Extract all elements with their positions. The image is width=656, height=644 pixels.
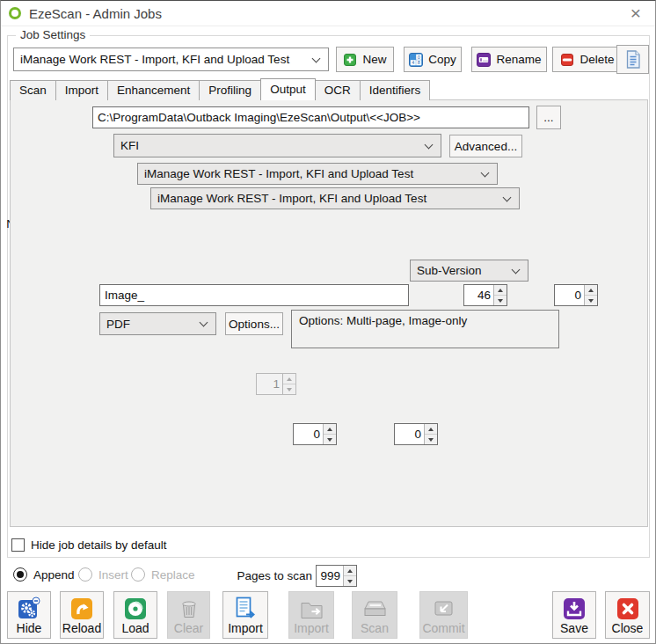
delete-job-button[interactable]: Delete xyxy=(552,47,623,72)
copy-button-label: Copy xyxy=(428,53,456,66)
hide-button[interactable]: Hide xyxy=(7,591,51,639)
kfi-type-dropdown[interactable]: iManage Work REST - Import, KFI and Uplo… xyxy=(137,163,498,185)
toolbar-button-label: Scan xyxy=(361,621,389,635)
svg-text:8: 8 xyxy=(418,60,420,65)
svg-text:4: 4 xyxy=(412,60,415,65)
new-plus-icon xyxy=(343,53,357,67)
rename-job-button[interactable]: Rename xyxy=(471,47,547,72)
chevron-down-icon xyxy=(512,265,521,274)
pages-to-scan-value: 999 xyxy=(317,569,343,582)
other-destination-dropdown[interactable]: KFI xyxy=(113,134,441,157)
spin-up-icon[interactable] xyxy=(425,424,437,434)
file-type-options-button[interactable]: Options... xyxy=(225,312,283,335)
radio-label: Append xyxy=(33,568,75,582)
replace-radio: Replace xyxy=(131,567,195,582)
tab-import[interactable]: Import xyxy=(55,80,108,100)
tab-ocr[interactable]: OCR xyxy=(315,80,361,100)
discard-pages-spinner: 1 xyxy=(256,373,296,395)
reload-button[interactable]: Reload xyxy=(60,591,104,639)
output-folder-value: C:\ProgramData\Outback Imaging\EzeScan\O… xyxy=(98,111,420,124)
spin-up-icon[interactable] xyxy=(324,424,336,434)
tab-scan[interactable]: Scan xyxy=(10,80,56,100)
toolbar-button-label: Load xyxy=(121,621,149,635)
spin-up-icon[interactable] xyxy=(344,566,356,575)
next-no-value: 46 xyxy=(464,289,493,302)
tab-identifiers[interactable]: Identifiers xyxy=(360,80,431,100)
file-type-dropdown[interactable]: PDF xyxy=(99,312,216,335)
commit-icon xyxy=(432,596,456,620)
next-no-spinner[interactable]: 46 xyxy=(463,284,507,306)
radio-button[interactable] xyxy=(13,567,27,582)
copy-job-button[interactable]: 048 Copy xyxy=(404,47,462,72)
output-folder-input[interactable]: C:\ProgramData\Outback Imaging\EzeScan\O… xyxy=(92,106,529,128)
toolbar-button-label: Import xyxy=(294,621,329,635)
import-disabled-button: Import xyxy=(288,591,334,639)
radio-label: Replace xyxy=(151,568,195,582)
job-settings-group-title: Job Settings xyxy=(16,28,90,41)
svg-text:0: 0 xyxy=(418,54,420,59)
title-bar: EzeScan - Admin Jobs × xyxy=(1,1,655,26)
options-button-label: Options... xyxy=(229,318,280,331)
spin-down-icon[interactable] xyxy=(425,434,437,444)
delete-icon xyxy=(560,53,574,67)
pages-to-scan-label: Pages to scan xyxy=(231,569,312,582)
checkbox-box[interactable] xyxy=(11,538,25,552)
rename-button-label: Rename xyxy=(496,53,541,66)
fill-zeros-spinner[interactable]: 0 xyxy=(554,284,598,306)
insert-radio: Insert xyxy=(78,567,128,582)
spin-down-icon[interactable] xyxy=(585,295,597,305)
job-select-dropdown[interactable]: iManage Work REST - Import, KFI and Uplo… xyxy=(13,48,329,71)
tab-bar: Scan Import Enhancement Profiling Output… xyxy=(10,78,429,100)
chevron-down-icon xyxy=(312,54,321,62)
tab-profiling[interactable]: Profiling xyxy=(199,80,261,100)
spin-down-icon[interactable] xyxy=(324,434,336,444)
close-button[interactable]: Close xyxy=(605,591,650,639)
ezescan-logo-icon xyxy=(9,7,21,19)
radio-button xyxy=(131,567,145,582)
spin-up-icon[interactable] xyxy=(585,285,597,295)
file-naming-dropdown[interactable]: Sub-Version xyxy=(410,260,528,282)
chevron-down-icon xyxy=(425,140,434,149)
delete-button-label: Delete xyxy=(579,53,614,66)
tab-output[interactable]: Output xyxy=(260,78,316,100)
save-button[interactable]: Save xyxy=(552,591,596,639)
pages-to-scan-spinner[interactable]: 999 xyxy=(316,565,357,587)
horizontal-resolution-spinner[interactable]: 0 xyxy=(293,423,337,445)
copy-icon: 048 xyxy=(409,53,423,67)
other-destination-value: KFI xyxy=(120,139,139,152)
upload-type-dropdown[interactable]: iManage Work REST - Import, KFI and Uplo… xyxy=(150,187,520,209)
spin-up-icon xyxy=(283,374,295,384)
toolbar-button-label: Close xyxy=(612,621,644,635)
toolbar-button-label: Reload xyxy=(62,621,101,635)
import-document-icon xyxy=(235,596,257,620)
radio-label: Insert xyxy=(98,568,128,582)
advanced-button-label: Advanced... xyxy=(455,140,517,153)
file-naming-value: Sub-Version xyxy=(417,264,482,277)
spin-down-icon xyxy=(283,384,295,394)
chevron-down-icon xyxy=(503,193,512,201)
advanced-button[interactable]: Advanced... xyxy=(449,135,522,157)
tab-enhancement[interactable]: Enhancement xyxy=(107,80,200,100)
scan-button: Scan xyxy=(352,591,397,639)
append-radio[interactable]: Append xyxy=(13,567,75,582)
ellipsis-icon: ... xyxy=(543,111,553,124)
file-type-value: PDF xyxy=(106,318,130,331)
new-job-button[interactable]: New xyxy=(336,47,394,72)
toolbar-button-label: Save xyxy=(560,621,588,635)
horizontal-resolution-value: 0 xyxy=(294,428,323,441)
vertical-resolution-spinner[interactable]: 0 xyxy=(394,423,438,445)
browse-folder-button[interactable]: ... xyxy=(536,106,561,129)
spin-up-icon[interactable] xyxy=(494,285,507,295)
import-button[interactable]: Import xyxy=(222,591,268,639)
trash-icon xyxy=(179,596,200,620)
spin-down-icon[interactable] xyxy=(494,295,507,305)
job-details-button[interactable] xyxy=(616,45,649,74)
hide-job-details-checkbox[interactable]: Hide job details by default xyxy=(11,538,167,553)
reload-arrow-icon xyxy=(70,596,93,620)
spin-down-icon[interactable] xyxy=(344,575,356,586)
toolbar-button-label: Commit xyxy=(422,621,464,635)
load-button[interactable]: Load xyxy=(113,591,157,639)
chevron-down-icon xyxy=(481,168,490,177)
base-filename-input[interactable]: Image_ xyxy=(99,284,409,306)
close-icon[interactable]: × xyxy=(624,2,647,25)
